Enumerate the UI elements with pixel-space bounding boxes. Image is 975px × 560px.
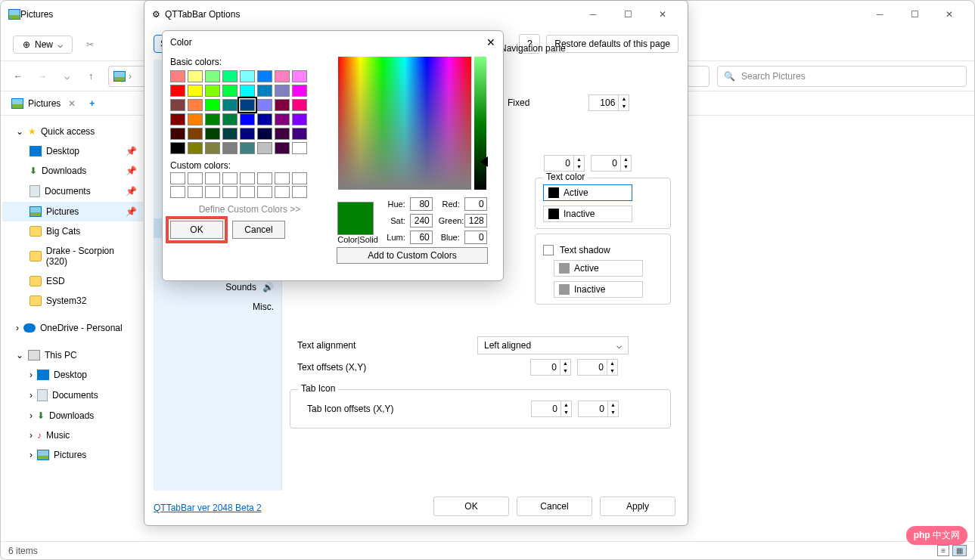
palette-swatch[interactable]	[275, 142, 290, 154]
custom-slot[interactable]	[222, 172, 238, 184]
tree-drake[interactable]: Drake - Scorpion (320)	[2, 241, 143, 271]
minimize-button[interactable]: ─	[862, 3, 897, 26]
offset-y-spinner[interactable]: ▲▼	[577, 359, 618, 376]
spin-input[interactable]	[578, 360, 607, 374]
palette-swatch[interactable]	[257, 142, 272, 154]
palette-swatch[interactable]	[292, 70, 307, 82]
palette-swatch[interactable]	[170, 113, 185, 125]
palette-swatch[interactable]	[240, 142, 255, 154]
palette-swatch[interactable]	[240, 70, 255, 82]
custom-slot[interactable]	[257, 186, 272, 198]
palette-swatch[interactable]	[292, 142, 307, 154]
spin-input[interactable]	[532, 402, 560, 416]
palette-swatch[interactable]	[205, 142, 220, 154]
close-button[interactable]: ✕	[486, 36, 495, 48]
palette-swatch[interactable]	[257, 70, 272, 82]
hue-input[interactable]	[410, 197, 433, 211]
tree-documents[interactable]: Documents📌	[2, 181, 143, 202]
color-ok-button[interactable]: OK	[170, 221, 223, 239]
tree-pc-music[interactable]: ›♪Music	[2, 425, 143, 445]
palette-swatch[interactable]	[205, 85, 220, 97]
new-tab-button[interactable]: +	[85, 97, 99, 110]
palette-swatch[interactable]	[222, 128, 238, 140]
tree-pc-downloads[interactable]: ›⬇Downloads	[2, 406, 143, 425]
navigation-pane-tab[interactable]: Navigation pane	[500, 43, 566, 54]
palette-swatch[interactable]	[222, 70, 238, 82]
define-custom-colors-link[interactable]: Define Custom Colors >>	[170, 204, 329, 215]
icon-offset-y-spinner[interactable]: ▲▼	[578, 401, 619, 417]
luminance-bar[interactable]	[474, 57, 486, 190]
palette-swatch[interactable]	[275, 113, 290, 125]
palette-swatch[interactable]	[222, 113, 238, 125]
version-link[interactable]: QTTabBar ver 2048 Beta 2	[154, 503, 262, 513]
palette-swatch[interactable]	[257, 113, 272, 125]
custom-slot[interactable]	[205, 172, 220, 184]
options-apply-button[interactable]: Apply	[600, 497, 675, 516]
tab-pictures[interactable]: Pictures ✕	[7, 95, 80, 112]
palette-swatch[interactable]	[222, 142, 238, 154]
grid-view-button[interactable]: ▦	[952, 545, 967, 556]
tree-pictures[interactable]: Pictures📌	[2, 202, 143, 221]
spin-input[interactable]	[579, 402, 607, 416]
maximize-button[interactable]: ☐	[610, 3, 645, 26]
align-dropdown[interactable]: Left aligned⌵	[477, 336, 629, 354]
color-spectrum[interactable]	[338, 57, 471, 190]
color-titlebar[interactable]: Color ✕	[163, 31, 503, 54]
palette-swatch[interactable]	[222, 99, 238, 111]
options-titlebar[interactable]: ⚙ QTTabBar Options ─ ☐ ✕	[144, 1, 688, 28]
options-ok-button[interactable]: OK	[433, 497, 509, 516]
minimize-button[interactable]: ─	[576, 3, 610, 26]
blue-input[interactable]	[464, 230, 487, 244]
tree-pc-documents[interactable]: ›Documents	[2, 385, 143, 406]
icon-offset-x-spinner[interactable]: ▲▼	[531, 401, 572, 417]
forward-button[interactable]: →	[33, 71, 52, 82]
offset-x-spinner[interactable]: ▲▼	[530, 359, 571, 376]
red-input[interactable]	[464, 197, 487, 211]
search-box[interactable]: 🔍 Search Pictures	[717, 66, 967, 87]
tree-system32[interactable]: System32	[2, 291, 143, 311]
custom-slot[interactable]	[275, 186, 290, 198]
recent-button[interactable]: ⌵	[57, 71, 76, 82]
palette-swatch[interactable]	[188, 70, 203, 82]
palette-swatch[interactable]	[292, 99, 307, 111]
shadow-checkbox[interactable]	[543, 245, 554, 255]
tree-esd[interactable]: ESD	[2, 271, 143, 291]
luminance-arrow-icon[interactable]	[480, 156, 488, 167]
custom-slot[interactable]	[292, 186, 307, 198]
tree-downloads[interactable]: ⬇Downloads📌	[2, 161, 143, 181]
lum-input[interactable]	[410, 230, 433, 244]
custom-slot[interactable]	[170, 172, 185, 184]
tree-onedrive[interactable]: ›OneDrive - Personal	[2, 318, 143, 338]
palette-swatch[interactable]	[275, 70, 290, 82]
custom-slot[interactable]	[240, 172, 255, 184]
close-tab-icon[interactable]: ✕	[68, 98, 76, 109]
palette-swatch[interactable]	[240, 99, 255, 111]
palette-swatch[interactable]	[170, 99, 185, 111]
palette-swatch[interactable]	[257, 85, 272, 97]
custom-slot[interactable]	[292, 172, 307, 184]
back-button[interactable]: ←	[8, 71, 28, 82]
spin-input[interactable]	[531, 360, 560, 374]
sidebar-item-misc[interactable]: Misc.	[154, 297, 281, 317]
palette-swatch[interactable]	[188, 128, 203, 140]
tree-desktop[interactable]: Desktop📌	[2, 141, 143, 161]
maximize-button[interactable]: ☐	[897, 3, 932, 26]
add-custom-colors-button[interactable]: Add to Custom Colors	[337, 247, 488, 264]
palette-swatch[interactable]	[222, 85, 238, 97]
spinner[interactable]: ▲▼	[591, 155, 632, 172]
palette-swatch[interactable]	[205, 99, 220, 111]
restore-defaults-button[interactable]: Restore defaults of this page	[546, 35, 678, 53]
palette-swatch[interactable]	[292, 113, 307, 125]
palette-swatch[interactable]	[240, 128, 255, 140]
palette-swatch[interactable]	[170, 70, 185, 82]
options-cancel-button[interactable]: Cancel	[517, 497, 592, 516]
fixed-input[interactable]	[589, 96, 618, 110]
tree-thispc[interactable]: ⌄This PC	[2, 345, 143, 365]
fixed-spinner[interactable]: ▲▼	[588, 94, 629, 111]
close-button[interactable]: ✕	[645, 3, 680, 26]
close-button[interactable]: ✕	[932, 3, 967, 26]
palette-swatch[interactable]	[275, 99, 290, 111]
palette-swatch[interactable]	[292, 128, 307, 140]
palette-swatch[interactable]	[275, 128, 290, 140]
palette-swatch[interactable]	[240, 85, 255, 97]
